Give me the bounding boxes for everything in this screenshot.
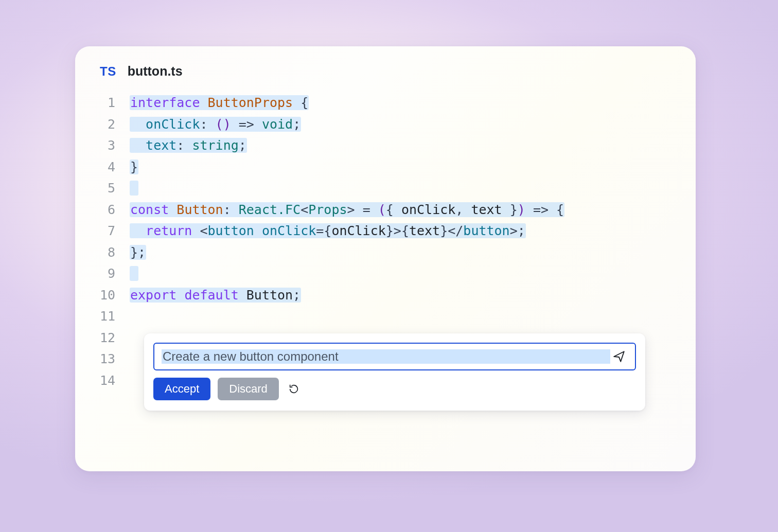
line-number: 11	[100, 306, 130, 327]
line-number: 6	[100, 199, 130, 221]
code-content[interactable]: const Button: React.FC<Props> = ({ onCli…	[130, 199, 564, 221]
code-line[interactable]: 10export default Button;	[100, 285, 696, 306]
line-number: 8	[100, 242, 130, 263]
regenerate-button[interactable]	[286, 381, 302, 397]
code-line[interactable]: 3 text: string;	[100, 135, 696, 156]
ai-actions-row: Accept Discard	[153, 378, 636, 400]
accept-button[interactable]: Accept	[153, 378, 210, 400]
code-content[interactable]: };	[130, 242, 146, 263]
line-number: 10	[100, 285, 130, 306]
line-number: 4	[100, 156, 130, 178]
send-button[interactable]	[610, 348, 628, 365]
typescript-badge-icon: TS	[100, 64, 116, 79]
code-line[interactable]: 7 return <button onClick={onClick}>{text…	[100, 220, 696, 242]
code-content[interactable]: }	[130, 156, 138, 178]
line-number: 14	[100, 370, 130, 392]
code-content[interactable]: onClick: () => void;	[130, 114, 301, 135]
code-content[interactable]: text: string;	[130, 135, 247, 156]
discard-button[interactable]: Discard	[218, 378, 279, 400]
line-number: 2	[100, 114, 130, 135]
ai-inline-panel: Create a new button component Accept Dis…	[144, 333, 645, 411]
code-content[interactable]: interface ButtonProps {	[130, 92, 309, 114]
code-content[interactable]	[130, 263, 138, 285]
refresh-icon	[288, 383, 299, 395]
line-number: 12	[100, 327, 130, 349]
send-icon	[612, 350, 626, 363]
code-line[interactable]: 1interface ButtonProps {	[100, 92, 696, 114]
code-content[interactable]: export default Button;	[130, 285, 301, 306]
code-line[interactable]: 5	[100, 178, 696, 199]
code-line[interactable]: 8};	[100, 242, 696, 263]
ai-prompt-input[interactable]: Create a new button component	[162, 349, 610, 364]
code-line[interactable]: 6const Button: React.FC<Props> = ({ onCl…	[100, 199, 696, 221]
line-number: 9	[100, 263, 130, 285]
line-number: 1	[100, 92, 130, 114]
code-line[interactable]: 2 onClick: () => void;	[100, 114, 696, 135]
code-line[interactable]: 9	[100, 263, 696, 285]
editor-card: TS button.ts 1interface ButtonProps {2 o…	[75, 46, 696, 471]
line-number: 5	[100, 178, 130, 199]
code-line[interactable]: 11	[100, 306, 696, 327]
line-number: 7	[100, 220, 130, 242]
file-header: TS button.ts	[75, 64, 696, 79]
file-name: button.ts	[128, 64, 183, 79]
code-line[interactable]: 4}	[100, 156, 696, 178]
ai-input-container[interactable]: Create a new button component	[153, 343, 636, 370]
code-content[interactable]: return <button onClick={onClick}>{text}<…	[130, 220, 526, 242]
line-number: 3	[100, 135, 130, 156]
code-content[interactable]	[130, 178, 138, 199]
line-number: 13	[100, 348, 130, 370]
